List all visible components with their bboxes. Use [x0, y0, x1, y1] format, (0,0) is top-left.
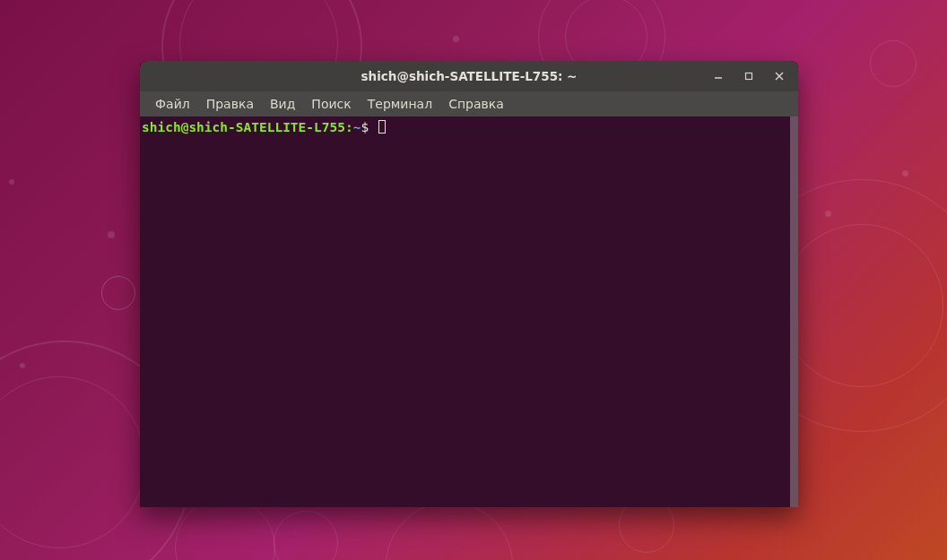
prompt-line: shich@shich-SATELLITE-L755:~$ [142, 119, 796, 135]
close-icon [775, 72, 784, 81]
menu-help[interactable]: Справка [440, 94, 512, 114]
minimize-icon [714, 72, 723, 81]
menu-bar: Файл Правка Вид Поиск Терминал Справка [140, 91, 798, 116]
menu-edit[interactable]: Правка [198, 94, 262, 114]
svg-rect-1 [746, 73, 752, 80]
terminal-window: shich@shich-SATELLITE-L755: ~ Файл Правк… [140, 61, 798, 507]
window-title: shich@shich-SATELLITE-L755: ~ [361, 69, 578, 83]
cursor-block [378, 120, 386, 134]
window-controls [703, 61, 795, 91]
window-titlebar[interactable]: shich@shich-SATELLITE-L755: ~ [140, 61, 798, 91]
maximize-button[interactable] [734, 61, 764, 91]
maximize-icon [744, 72, 753, 81]
prompt-symbol: $ [361, 120, 369, 134]
scrollbar[interactable] [790, 116, 798, 507]
prompt-colon: : [345, 120, 353, 134]
menu-terminal[interactable]: Терминал [360, 94, 440, 114]
terminal-body[interactable]: shich@shich-SATELLITE-L755:~$ [140, 116, 798, 507]
menu-view[interactable]: Вид [262, 94, 303, 114]
close-button[interactable] [764, 61, 795, 91]
minimize-button[interactable] [703, 61, 734, 91]
menu-file[interactable]: Файл [147, 94, 198, 114]
prompt-user-host: shich@shich-SATELLITE-L755 [142, 120, 345, 134]
menu-search[interactable]: Поиск [303, 94, 359, 114]
desktop-wallpaper: shich@shich-SATELLITE-L755: ~ Файл Правк… [0, 0, 947, 560]
